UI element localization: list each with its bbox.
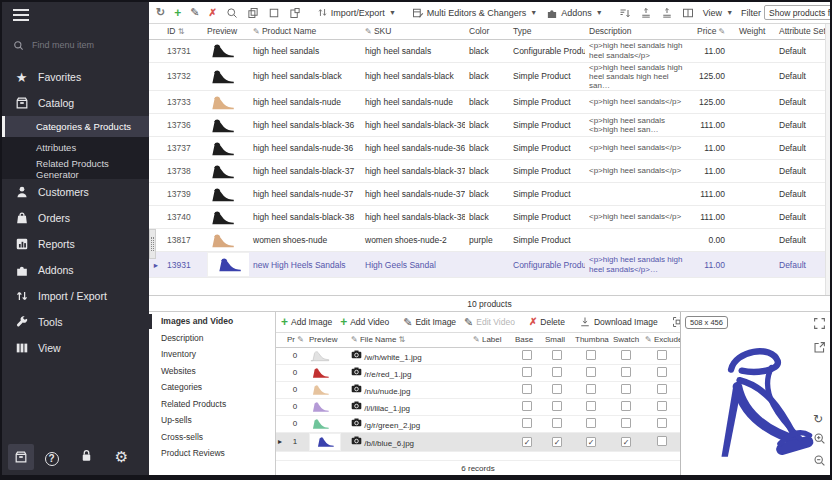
column-header-id[interactable]: ID ⇅ (163, 24, 203, 39)
product-row-13931[interactable]: ▸13931new High Heels SandalsHigh Geels S… (149, 252, 825, 278)
image-row[interactable]: 0 /r/e/red_1.jpg (276, 364, 682, 381)
download-image-button[interactable]: Download Image (576, 314, 661, 330)
delete-button[interactable]: ✗ (205, 5, 219, 20)
checkbox-thumbnail[interactable] (586, 350, 596, 360)
checkbox-base[interactable] (522, 384, 532, 394)
image-row[interactable]: 0 /g/r/green_2.jpg (276, 415, 682, 432)
sidebar-item-import-export[interactable]: Import / Export (2, 283, 149, 309)
checkbox-base[interactable]: ✓ (522, 437, 532, 447)
checkbox-small[interactable] (552, 418, 562, 428)
sidebar-splitter-handle[interactable] (149, 229, 156, 259)
column-header-label[interactable]: ✎ Label (470, 333, 512, 347)
open-external-button[interactable] (813, 340, 826, 358)
checkbox-swatch[interactable] (621, 418, 631, 428)
image-row[interactable]: 0 /l/i/lilac_1.jpg (276, 398, 682, 415)
select-cell-button[interactable] (265, 5, 283, 21)
checkbox-thumbnail[interactable] (586, 401, 596, 411)
sidebar-item-tools[interactable]: Tools (2, 309, 149, 335)
checkbox-small[interactable] (552, 384, 562, 394)
tab-images-and-video[interactable]: Images and Video (149, 313, 275, 330)
checkbox-small[interactable] (552, 350, 562, 360)
menu-view[interactable]: View▼ (700, 6, 736, 20)
tab-cross-sells[interactable]: Cross-sells (149, 429, 275, 446)
column-header-type[interactable]: Type (509, 24, 585, 39)
column-header-sku[interactable]: ✎ SKU (361, 24, 465, 39)
product-row-13732[interactable]: 13732high heel sandals-blackhigh heel sa… (149, 62, 825, 91)
column-header-weight[interactable]: Weight (735, 24, 775, 39)
tab-categories[interactable]: Categories (149, 379, 275, 396)
tab-product-reviews[interactable]: Product Reviews (149, 445, 275, 462)
column-header-price[interactable]: Price ✎ (693, 24, 735, 39)
sidebar-item-catalog[interactable]: Catalog (2, 90, 149, 116)
tab-websites[interactable]: Websites (149, 363, 275, 380)
sidebar-item-categories-products[interactable]: Categories & Products (2, 116, 149, 137)
product-row-13736[interactable]: 13736high heel sandals-black-36high heel… (149, 114, 825, 137)
expand-rows-button[interactable] (637, 5, 655, 21)
add-image-button[interactable]: +Add Image (278, 314, 335, 330)
checkbox-thumbnail[interactable] (586, 418, 596, 428)
filter-select[interactable]: Show products from selected categories▼ (764, 5, 832, 20)
checkbox-thumbnail[interactable] (586, 367, 596, 377)
column-header-base[interactable]: Base (512, 333, 542, 347)
sidebar-search[interactable] (2, 32, 149, 58)
tab-description[interactable]: Description (149, 330, 275, 347)
checkbox-base[interactable] (522, 418, 532, 428)
preview-image[interactable] (681, 312, 830, 475)
column-header-color[interactable]: Color (465, 24, 509, 39)
image-row[interactable]: 0 /n/u/nude.jpg (276, 381, 682, 398)
checkbox-small[interactable] (552, 401, 562, 411)
sidebar-item-addons[interactable]: Addons (2, 257, 149, 283)
zoom-out-button[interactable] (813, 453, 826, 471)
collapse-rows-button[interactable] (658, 5, 676, 21)
vertical-scrollbar[interactable] (825, 24, 830, 295)
sidebar-item-customers[interactable]: Customers (2, 179, 149, 205)
checkbox-swatch[interactable] (621, 367, 631, 377)
hamburger-menu-icon[interactable] (13, 9, 29, 21)
sidebar-item-orders[interactable]: Orders (2, 205, 149, 231)
tab-up-sells[interactable]: Up-sells (149, 412, 275, 429)
checkbox-base[interactable] (522, 350, 532, 360)
footer-lock-button[interactable] (69, 448, 104, 467)
checkbox-exclude[interactable] (657, 436, 667, 446)
zoom-in-button[interactable] (813, 431, 826, 449)
column-header-attribute-set-name[interactable]: Attribute Set Name (775, 24, 825, 39)
checkbox-thumbnail[interactable] (586, 384, 596, 394)
product-row-13740[interactable]: 13740high heel sandals-black-38high heel… (149, 206, 825, 229)
sidebar-item-favorites[interactable]: ★Favorites (2, 64, 149, 90)
sort-columns-button[interactable] (616, 5, 634, 21)
edit-button[interactable]: ✎ (187, 4, 202, 21)
checkbox-base[interactable] (522, 367, 532, 377)
checkbox-small[interactable]: ✓ (552, 437, 562, 447)
column-header-description[interactable]: Description (585, 24, 693, 39)
column-header-exclude[interactable]: ✎ Exclude (642, 333, 682, 347)
add-video-button[interactable]: +Add Video (337, 314, 392, 330)
sidebar-item-related-products-generator[interactable]: Related Products Generator (2, 158, 149, 179)
delete-button[interactable]: ✗Delete (526, 315, 568, 329)
column-header-swatch[interactable]: Swatch (610, 333, 642, 347)
column-header-preview[interactable]: Preview (306, 333, 348, 347)
column-header-thumbna[interactable]: Thumbna (572, 333, 610, 347)
paste-button[interactable] (286, 5, 304, 21)
checkbox-exclude[interactable] (657, 401, 667, 411)
column-header-preview[interactable]: Preview (203, 24, 249, 39)
checkbox-exclude[interactable] (657, 367, 667, 377)
product-row-13733[interactable]: 13733high heel sandals-nudehigh heel san… (149, 91, 825, 114)
image-row[interactable]: ▸1 /b/l/blue_6.jpg✓✓✓✓ (276, 432, 682, 451)
column-header-product-name[interactable]: ✎ Product Name (249, 24, 361, 39)
checkbox-exclude[interactable] (657, 418, 667, 428)
sidebar-item-attributes[interactable]: Attributes (2, 137, 149, 158)
footer-gear-button[interactable]: ⚙ (104, 448, 139, 466)
edit-video-button[interactable]: ✎Edit Video (461, 315, 518, 330)
tab-inventory[interactable]: Inventory (149, 346, 275, 363)
rotate-button[interactable]: ↻ (813, 409, 826, 427)
sidebar-item-reports[interactable]: Reports (2, 231, 149, 257)
checkbox-swatch[interactable] (621, 384, 631, 394)
sidebar-item-view[interactable]: View (2, 335, 149, 361)
menu-import-export[interactable]: Import/Export▼ (314, 5, 399, 20)
checkbox-swatch[interactable] (621, 350, 631, 360)
image-row[interactable]: 0 /w/h/white_1.jpg (276, 347, 682, 364)
checkbox-swatch[interactable]: ✓ (621, 437, 631, 447)
menu-search-input[interactable] (30, 39, 130, 51)
edit-image-button[interactable]: ✎Edit Image (400, 315, 459, 330)
checkbox-exclude[interactable] (657, 384, 667, 394)
